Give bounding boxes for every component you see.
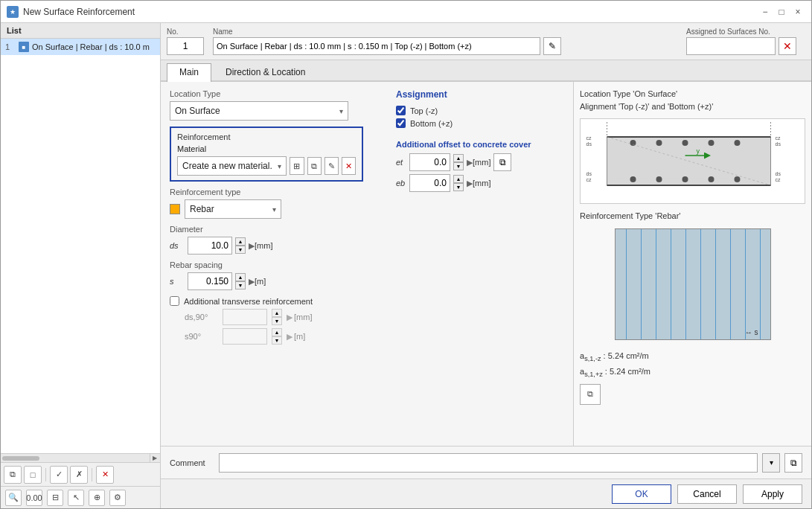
transverse-s-down[interactable]: ▼ bbox=[272, 336, 282, 345]
ok-button[interactable]: OK bbox=[612, 484, 671, 504]
list-check-btn[interactable]: ✓ bbox=[50, 466, 68, 484]
eb-unit: [mm] bbox=[473, 179, 490, 188]
transverse-ds-up[interactable]: ▲ bbox=[272, 309, 282, 317]
name-input[interactable] bbox=[213, 37, 540, 55]
transverse-s-input[interactable] bbox=[223, 328, 267, 345]
settings-btn[interactable]: ⚙ bbox=[109, 490, 126, 506]
list-item[interactable]: 1 ■ On Surface | Rebar | ds : 10.0 m bbox=[1, 39, 160, 55]
material-copy-btn[interactable]: ⧉ bbox=[307, 157, 322, 175]
name-edit-btn[interactable]: ✎ bbox=[543, 37, 561, 55]
transverse-checkbox[interactable] bbox=[170, 296, 179, 306]
comment-input[interactable] bbox=[219, 453, 758, 473]
top-label: Top (-z) bbox=[410, 106, 438, 115]
svg-point-11 bbox=[656, 176, 662, 182]
bottom-checkbox-row: Bottom (+z) bbox=[396, 118, 564, 128]
diameter-down-btn[interactable]: ▼ bbox=[235, 246, 246, 254]
offset-section: Additional offset to concrete cover et ▲… bbox=[396, 140, 564, 192]
transverse-s-up[interactable]: ▲ bbox=[272, 328, 282, 336]
et-input[interactable] bbox=[409, 153, 450, 171]
location-type-value: On Surface bbox=[175, 106, 220, 116]
comment-copy-btn[interactable]: ⧉ bbox=[784, 453, 802, 473]
et-clipboard-btn[interactable]: ⧉ bbox=[493, 153, 511, 171]
svg-text:ds: ds bbox=[776, 141, 781, 147]
spacing-input[interactable] bbox=[188, 272, 232, 290]
material-dropdown[interactable]: Create a new material. ▾ bbox=[177, 156, 287, 176]
list-copy-btn[interactable]: ⧉ bbox=[4, 466, 22, 484]
transverse-ds-spin: ▲ ▼ bbox=[272, 309, 282, 325]
list-new-btn[interactable]: □ bbox=[24, 466, 42, 484]
list-scrollbar[interactable]: ▶ bbox=[1, 453, 160, 462]
bottom-checkbox[interactable] bbox=[396, 118, 406, 128]
et-down-btn[interactable]: ▼ bbox=[453, 162, 464, 170]
formula-line2: as,1,+z : 5.24 cm²/m bbox=[580, 365, 805, 381]
spacing-sym: s bbox=[170, 277, 185, 286]
transverse-ds-down[interactable]: ▼ bbox=[272, 317, 282, 325]
spacing-down-btn[interactable]: ▼ bbox=[235, 281, 246, 289]
filter-button[interactable]: ⊕ bbox=[89, 490, 105, 506]
et-up-btn[interactable]: ▲ bbox=[453, 154, 464, 162]
top-checkbox[interactable] bbox=[396, 106, 406, 115]
rebar-type-row: Rebar ▾ bbox=[170, 199, 378, 219]
spacing-arrow: ▶ bbox=[249, 277, 252, 286]
diagram-panel: Location Type 'On Surface' Alignment 'To… bbox=[573, 82, 811, 446]
assigned-input[interactable] bbox=[686, 37, 776, 55]
transverse-ds-sym: ds,90° bbox=[185, 313, 218, 321]
rebar-type-diagram-label: Reinforcement Type 'Rebar' bbox=[580, 210, 805, 223]
location-text-2: Alignment 'Top (-z)' and 'Bottom (+z)' bbox=[580, 100, 805, 113]
no-input[interactable]: 1 bbox=[167, 37, 204, 55]
rebar-type-dropdown[interactable]: Rebar ▾ bbox=[185, 199, 281, 219]
diameter-up-btn[interactable]: ▲ bbox=[235, 237, 246, 246]
comment-section: Comment ▾ ⧉ bbox=[161, 446, 811, 478]
eb-down-btn[interactable]: ▼ bbox=[453, 183, 464, 191]
formula-copy-btn[interactable]: ⧉ bbox=[580, 384, 601, 405]
material-edit-btn[interactable]: ✎ bbox=[325, 157, 339, 175]
diameter-row: ds ▲ ▼ ▶ [mm] bbox=[170, 237, 378, 254]
apply-button[interactable]: Apply bbox=[743, 484, 802, 504]
maximize-button[interactable]: □ bbox=[774, 4, 789, 19]
comment-dropdown-btn[interactable]: ▾ bbox=[762, 453, 780, 473]
tab-direction[interactable]: Direction & Location bbox=[213, 63, 318, 80]
comment-label: Comment bbox=[170, 458, 214, 467]
scroll-right-btn[interactable]: ▶ bbox=[150, 454, 159, 463]
assigned-delete-btn[interactable]: ✕ bbox=[779, 37, 796, 55]
location-diagram-box: y cz ds ds cz cz ds ds cz bbox=[580, 118, 805, 204]
location-diagram-label: Location Type 'On Surface' Alignment 'To… bbox=[580, 88, 805, 112]
location-type-section: Location Type On Surface ▾ bbox=[170, 89, 378, 121]
diameter-sym: ds bbox=[170, 241, 185, 250]
cancel-button[interactable]: Cancel bbox=[677, 484, 737, 504]
formula-section: as,1,-z : 5.24 cm²/m as,1,+z : 5.24 cm²/… bbox=[580, 349, 805, 405]
eb-up-btn[interactable]: ▲ bbox=[453, 175, 464, 183]
minimize-button[interactable]: − bbox=[758, 4, 773, 19]
material-value: Create a new material. bbox=[182, 161, 272, 171]
location-type-dropdown[interactable]: On Surface ▾ bbox=[170, 101, 348, 121]
eb-input[interactable] bbox=[409, 174, 450, 192]
list-x-btn[interactable]: ✗ bbox=[70, 466, 88, 484]
decimal-button[interactable]: 0.00 bbox=[26, 490, 42, 506]
search-button[interactable]: 🔍 bbox=[5, 490, 22, 506]
et-row: et ▲ ▼ ▶ [mm] ⧉ bbox=[396, 153, 564, 171]
rebar-type-value: Rebar bbox=[190, 204, 214, 214]
spacing-up-btn[interactable]: ▲ bbox=[235, 273, 246, 281]
list-header: List bbox=[1, 23, 160, 39]
svg-point-9 bbox=[735, 140, 741, 146]
main-content: List 1 ■ On Surface | Rebar | ds : 10.0 … bbox=[1, 23, 811, 508]
form-area: Location Type On Surface ▾ Reinforcement… bbox=[161, 82, 387, 446]
tab-main[interactable]: Main bbox=[167, 63, 211, 82]
svg-point-5 bbox=[630, 140, 636, 146]
list-delete-btn[interactable]: ✕ bbox=[96, 466, 114, 484]
assigned-field: Assigned to Surfaces No. ✕ bbox=[686, 28, 805, 55]
material-grid-btn[interactable]: ⊞ bbox=[290, 157, 304, 175]
svg-text:y: y bbox=[697, 147, 700, 155]
material-label: Material bbox=[177, 144, 356, 153]
transverse-s-unit: [m] bbox=[294, 332, 305, 341]
close-button[interactable]: × bbox=[790, 4, 805, 19]
transverse-label: Additional transverse reinforcement bbox=[184, 297, 313, 306]
table-button[interactable]: ⊟ bbox=[47, 490, 63, 506]
diameter-input[interactable] bbox=[188, 237, 232, 254]
reinforcement-label: Reinforcement bbox=[177, 132, 356, 141]
material-delete-btn[interactable]: ✕ bbox=[342, 157, 356, 175]
name-field: Name ✎ bbox=[213, 28, 677, 55]
transverse-ds-input[interactable] bbox=[223, 309, 267, 325]
cursor-button[interactable]: ↖ bbox=[68, 490, 84, 506]
list-toolbar: ⧉ □ ✓ ✗ ✕ bbox=[1, 462, 160, 486]
